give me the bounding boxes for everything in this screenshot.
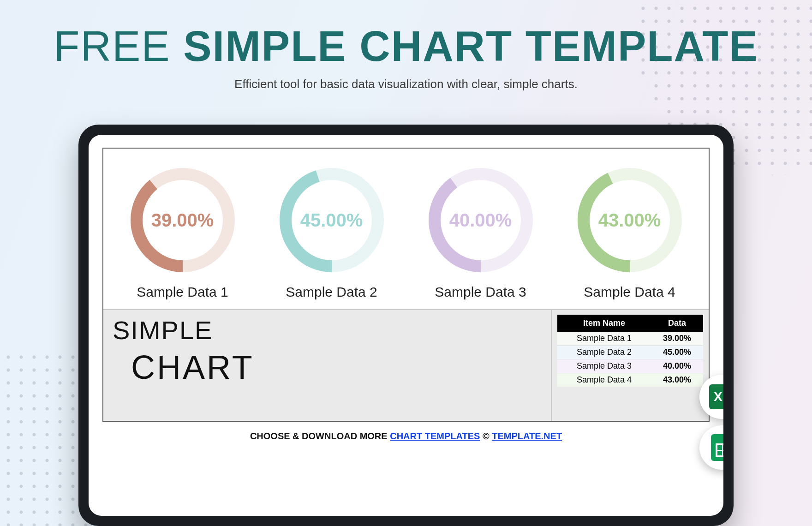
cell-item: Sample Data 2: [557, 346, 651, 359]
chart-container: 39.00% Sample Data 1 45.00% Sample Data …: [102, 148, 710, 422]
cell-value: 45.00%: [651, 346, 703, 359]
cell-item: Sample Data 1: [557, 332, 651, 346]
title-free: FREE: [54, 23, 170, 70]
donut-label: Sample Data 2: [286, 284, 377, 300]
donut-percent: 43.00%: [572, 162, 687, 278]
footer-prefix: CHOOSE & DOWNLOAD MORE: [250, 431, 390, 441]
donut-chart: 39.00%: [125, 162, 240, 278]
donut-label: Sample Data 1: [137, 284, 228, 300]
donut-chart: 40.00%: [423, 162, 538, 278]
template-net-link[interactable]: TEMPLATE.NET: [492, 431, 562, 441]
donut-label: Sample Data 4: [584, 284, 675, 300]
footer-credit: CHOOSE & DOWNLOAD MORE CHART TEMPLATES ©…: [89, 431, 723, 442]
donut-percent: 40.00%: [423, 162, 538, 278]
donut-cell: 40.00% Sample Data 3: [423, 162, 538, 300]
table-header: Item Name: [557, 315, 651, 332]
cell-item: Sample Data 3: [557, 359, 651, 373]
cell-value: 43.00%: [651, 373, 703, 387]
cell-value: 40.00%: [651, 359, 703, 373]
donut-label: Sample Data 3: [435, 284, 526, 300]
donut-percent: 39.00%: [125, 162, 240, 278]
device-frame: 39.00% Sample Data 1 45.00% Sample Data …: [78, 125, 734, 526]
table-row: Sample Data 4 43.00%: [557, 373, 703, 387]
data-table: Item NameData Sample Data 1 39.00%Sample…: [557, 315, 703, 387]
donut-chart: 43.00%: [572, 162, 687, 278]
table-row: Sample Data 3 40.00%: [557, 359, 703, 373]
donut-row: 39.00% Sample Data 1 45.00% Sample Data …: [103, 149, 709, 310]
footer-mid: ©: [483, 431, 492, 441]
table-header: Data: [651, 315, 703, 332]
chart-title-line2: CHART: [131, 351, 542, 384]
data-table-wrap: Item NameData Sample Data 1 39.00%Sample…: [552, 310, 709, 421]
table-row: Sample Data 1 39.00%: [557, 332, 703, 346]
donut-percent: 45.00%: [274, 162, 389, 278]
chart-title-block: SIMPLE CHART: [103, 310, 552, 421]
cell-value: 39.00%: [651, 332, 703, 346]
table-row: Sample Data 2 45.00%: [557, 346, 703, 359]
donut-cell: 39.00% Sample Data 1: [125, 162, 240, 300]
chart-title-line1: SIMPLE: [113, 317, 542, 343]
donut-cell: 45.00% Sample Data 2: [274, 162, 389, 300]
cell-item: Sample Data 4: [557, 373, 651, 387]
device-screen: 39.00% Sample Data 1 45.00% Sample Data …: [89, 135, 723, 516]
bottom-band: SIMPLE CHART Item NameData Sample Data 1…: [103, 310, 709, 421]
donut-cell: 43.00% Sample Data 4: [572, 162, 687, 300]
donut-chart: 45.00%: [274, 162, 389, 278]
google-sheets-icon: [711, 434, 723, 461]
chart-templates-link[interactable]: CHART TEMPLATES: [390, 431, 480, 441]
excel-icon: [709, 384, 723, 409]
